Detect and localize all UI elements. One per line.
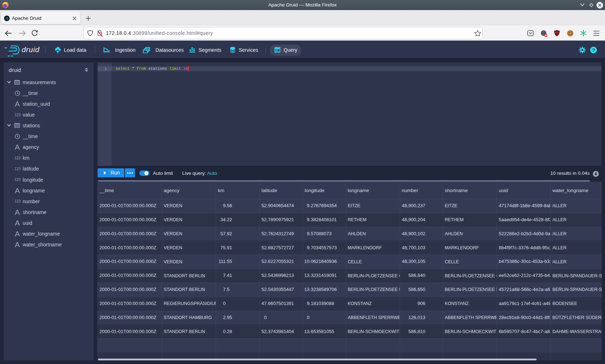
svg-text:?: ? — [592, 47, 595, 53]
